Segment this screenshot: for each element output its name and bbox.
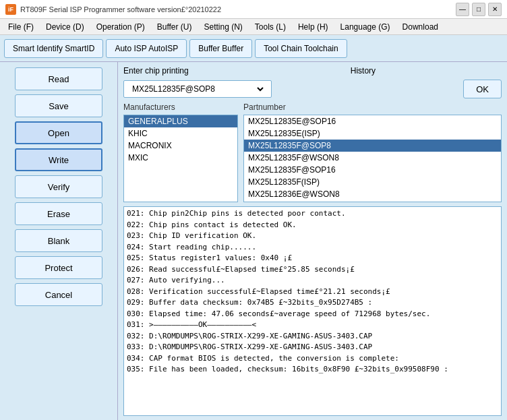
partnumber-item[interactable]: MX25L12835E@SOP16 [244, 115, 501, 127]
log-line: 031: >——————————OK——————————< [127, 320, 498, 331]
partnumber-item[interactable]: MX25L12835F(ISP) [244, 176, 501, 188]
read-button[interactable]: Read [15, 67, 102, 90]
log-line: 029: Buffer data checksum: 0x74B5 £~32bi… [127, 297, 498, 309]
write-button[interactable]: Write [15, 148, 102, 171]
partnumber-section: Partnumber MX25L12835E@SOP16MX25L12835E(… [243, 102, 502, 202]
manufacturer-item[interactable]: GENERALPLUS [124, 115, 237, 127]
blank-button[interactable]: Blank [15, 229, 102, 252]
partnumber-item[interactable]: MX25L12835F@SOP8 [244, 140, 501, 152]
log-line: 035: File has been loaded, checksum: 16b… [127, 364, 498, 376]
partnumber-item[interactable]: MX25L12835F@SOP16 [244, 164, 501, 176]
log-line: 033: D:\ROMDUMPS\ROG-STRIX-X299-XE-GAMIN… [127, 342, 498, 353]
log-line: 030: Elapsed time: 47.06 seconds£~averag… [127, 309, 498, 320]
log-line: 027: Auto verifying... [127, 275, 498, 287]
smart-identify-button[interactable]: Smart Identify SmartID [4, 39, 103, 58]
erase-button[interactable]: Erase [15, 202, 102, 225]
maximize-button[interactable]: □ [472, 3, 485, 16]
title-bar-text: RT809F Serial ISP Programmer software ve… [20, 5, 221, 13]
manufacturer-item[interactable]: MXIC [124, 152, 237, 164]
log-line: 021: Chip pin2Chip pins is detected poor… [127, 208, 498, 220]
partnumber-item[interactable]: MX25L12835E(ISP) [244, 127, 501, 140]
manufacturers-label: Manufacturers [123, 102, 238, 112]
partnumber-item[interactable]: MX25L12836E@WSON8 [244, 188, 501, 200]
menu-language[interactable]: Language (G) [335, 21, 396, 33]
chip-row-labels: Enter chip printing History [123, 66, 502, 76]
log-line: 034: CAP format BIOS is detected, the co… [127, 353, 498, 365]
tool-chain-button[interactable]: Tool Chain Toolchain [255, 39, 347, 58]
log-line: 022: Chip pins contact is detected OK. [127, 220, 498, 231]
main-layout: Read Save Open Write Verify Erase Blank … [0, 62, 507, 420]
toolbar: Smart Identify SmartID Auto ISP AutoISP … [0, 35, 507, 62]
mfr-pn-row: Manufacturers GENERALPLUSKHICMACRONIXMXI… [123, 102, 502, 202]
close-button[interactable]: ✕ [488, 3, 502, 16]
menu-operation[interactable]: Operation (P) [91, 21, 150, 33]
menu-file[interactable]: File (F) [3, 21, 39, 33]
history-label: History [351, 66, 376, 76]
partnumber-item[interactable]: MX25L12835F@WSON8 [244, 152, 501, 164]
chip-dropdown[interactable]: MX25L12835F@SOP8 [123, 80, 272, 98]
chip-select[interactable]: MX25L12835F@SOP8 [129, 84, 266, 94]
buffer-button[interactable]: Buffer Buffer [189, 39, 252, 58]
manufacturers-section: Manufacturers GENERALPLUSKHICMACRONIXMXI… [123, 102, 238, 202]
cancel-button[interactable]: Cancel [15, 283, 102, 306]
left-panel: Read Save Open Write Verify Erase Blank … [0, 62, 118, 420]
log-line: 024: Start reading chip...... [127, 242, 498, 253]
menu-buffer[interactable]: Buffer (U) [152, 21, 198, 33]
verify-button[interactable]: Verify [15, 175, 102, 198]
menu-tools[interactable]: Tools (L) [249, 21, 291, 33]
open-button[interactable]: Open [15, 121, 102, 144]
menu-setting[interactable]: Setting (N) [199, 21, 248, 33]
chip-label: Enter chip printing [123, 66, 189, 76]
right-panel: Enter chip printing History MX25L12835F@… [118, 62, 507, 420]
menu-help[interactable]: Help (H) [293, 21, 334, 33]
menu-device[interactable]: Device (D) [40, 21, 90, 33]
toolbar-left: Smart Identify SmartID Auto ISP AutoISP … [4, 39, 347, 58]
app-icon: iF [5, 4, 16, 15]
log-box: 021: Chip pin2Chip pins is detected poor… [123, 206, 502, 416]
manufacturers-list[interactable]: GENERALPLUSKHICMACRONIXMXIC [123, 115, 238, 202]
save-button[interactable]: Save [15, 94, 102, 117]
chip-input-row: MX25L12835F@SOP8 OK [123, 80, 502, 98]
protect-button[interactable]: Protect [15, 256, 102, 279]
manufacturer-item[interactable]: KHIC [124, 127, 237, 140]
partnumber-item[interactable]: MX25L1836E@SOP16 [244, 200, 501, 202]
partnumber-label: Partnumber [243, 102, 502, 112]
log-line: 025: Status register1 values: 0x40 ¡£ [127, 253, 498, 264]
minimize-button[interactable]: — [456, 3, 469, 16]
title-bar-controls: — □ ✕ [456, 3, 502, 16]
menu-download[interactable]: Download [397, 21, 444, 33]
menu-bar: File (F) Device (D) Operation (P) Buffer… [0, 19, 507, 35]
title-bar-left: iF RT809F Serial ISP Programmer software… [5, 4, 221, 15]
manufacturer-item[interactable]: MACRONIX [124, 140, 237, 152]
log-line: 032: D:\ROMDUMPS\ROG-STRIX-X299-XE-GAMIN… [127, 331, 498, 342]
log-line: 026: Read successful£~Elapsed time£°25.8… [127, 264, 498, 276]
ok-button[interactable]: OK [463, 80, 502, 98]
title-bar: iF RT809F Serial ISP Programmer software… [0, 0, 507, 19]
log-line: 023: Chip ID verification OK. [127, 231, 498, 242]
log-line: 028: Verification successful£~Elapsed ti… [127, 287, 498, 298]
partnumber-list[interactable]: MX25L12835E@SOP16MX25L12835E(ISP)MX25L12… [243, 115, 502, 202]
auto-isp-button[interactable]: Auto ISP AutoISP [106, 39, 187, 58]
